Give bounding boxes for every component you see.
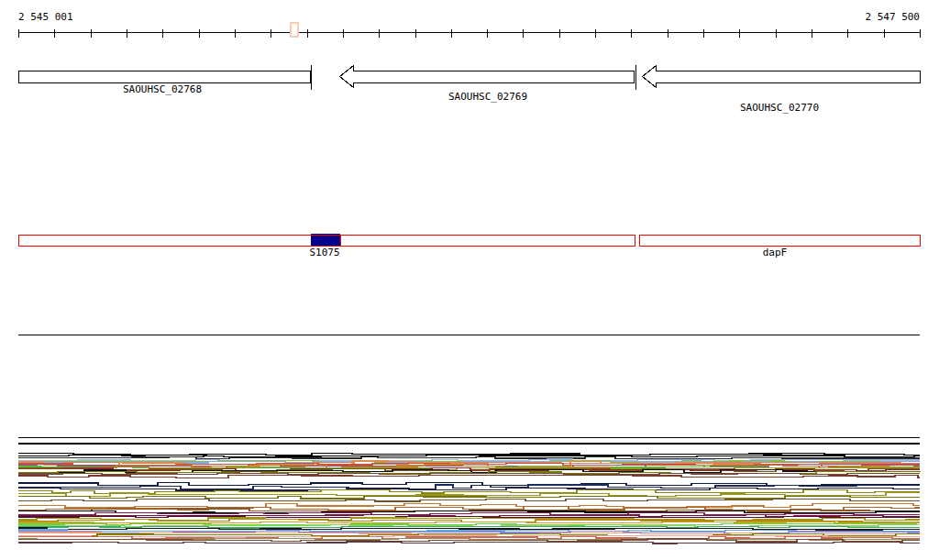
gene-arrow-saouhsc_02768[interactable]	[19, 71, 311, 83]
genome-browser-view: 2 545 001 2 547 500 SAOUHSC_02768SAOUHSC…	[0, 0, 939, 560]
feature-box-dapf[interactable]	[640, 236, 921, 247]
expression-profile-trace	[18, 499, 920, 501]
feature-label-s1075: S1075	[309, 247, 339, 258]
ruler-end-coordinate: 2 547 500	[865, 12, 920, 22]
expression-profile-trace	[18, 456, 920, 457]
expression-profile-trace	[18, 457, 920, 459]
expression-profile-trace	[18, 490, 920, 494]
expression-profile-trace	[18, 473, 920, 475]
gene-label-saouhsc_02768: SAOUHSC_02768	[123, 84, 202, 94]
expression-profile-trace	[18, 476, 920, 478]
gene-label-saouhsc_02769: SAOUHSC_02769	[448, 92, 527, 102]
expression-profile-trace	[18, 516, 920, 518]
gene-arrow-saouhsc_02770[interactable]	[643, 66, 921, 88]
expression-profile-trace	[18, 503, 920, 508]
ruler-start-coordinate: 2 545 001	[18, 12, 73, 22]
expression-profile-trace	[18, 528, 920, 530]
feature-label-dapf: dapF	[763, 247, 788, 258]
expression-profile-trace	[18, 526, 920, 528]
feature-highlight-s1075[interactable]	[311, 234, 340, 247]
position-marker[interactable]	[290, 22, 299, 38]
gene-label-saouhsc_02770: SAOUHSC_02770	[740, 103, 819, 113]
expression-profile-trace	[18, 496, 920, 499]
gene-arrow-saouhsc_02769[interactable]	[340, 66, 635, 88]
